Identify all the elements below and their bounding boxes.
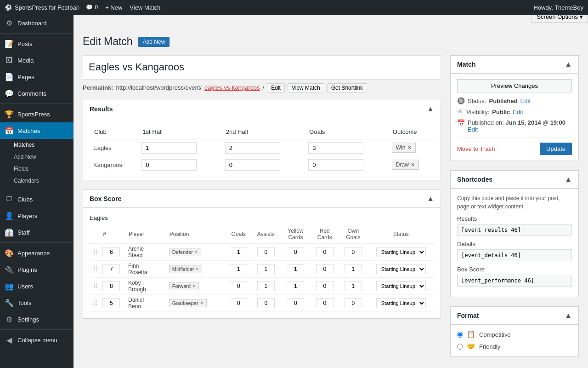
format-metabox-header: Format ▲ [451,307,578,325]
sidebar-item-sportspress[interactable]: 🏆 SportsPress [0,106,74,122]
results-shortcode-input[interactable] [457,224,572,236]
second-half-input-0[interactable] [225,142,280,154]
results-metabox-toggle[interactable]: ▲ [427,105,434,113]
comments-bubble[interactable]: 💬 0 [86,4,98,11]
position-remove-1[interactable]: ✕ [195,266,199,271]
assists-input-3[interactable] [257,298,275,308]
format-radio-friendly[interactable] [457,344,463,350]
first-half-input-1[interactable] [141,159,197,171]
sidebar-item-users[interactable]: 👥 Users [0,278,74,294]
yellow-cards-input-2[interactable] [287,281,304,291]
drag-handle-0[interactable]: ⠿ [90,243,101,260]
first-half-input-0[interactable] [141,142,197,154]
sidebar-item-players[interactable]: 👤 Players [0,207,74,224]
status-row: 🔘 Status: Published Edit [457,97,572,104]
yellow-cards-input-3[interactable] [287,298,304,308]
sidebar-item-media[interactable]: 🖼 Media [0,52,74,69]
bs-goals-input-3[interactable] [230,298,247,308]
sidebar-item-matches[interactable]: 📅 Matches [0,122,74,139]
collapse-icon: ◀ [5,335,14,345]
position-remove-2[interactable]: ✕ [192,283,196,288]
goals-input-0[interactable] [308,142,363,154]
player-number-input-1[interactable] [102,264,120,274]
add-new-button[interactable]: Add New [138,37,170,47]
preview-changes-button[interactable]: Preview Changes [457,79,572,92]
col-drag [90,225,101,244]
status-edit-link[interactable]: Edit [520,98,531,104]
boxscore-shortcode-input[interactable] [457,275,572,287]
sidebar-item-settings[interactable]: ⚙ Settings [0,311,74,328]
trash-link[interactable]: Move to Trash [457,145,495,152]
get-shortlink-button[interactable]: Get Shortlink [327,83,367,92]
details-shortcode-input[interactable] [457,249,572,261]
player-number-input-2[interactable] [102,281,120,291]
red-cards-input-2[interactable] [316,281,334,291]
yellow-cards-input-1[interactable] [287,264,304,274]
position-remove-0[interactable]: ✕ [194,249,198,254]
drag-handle-1[interactable]: ⠿ [90,260,101,277]
first-half-cell-0 [138,139,221,156]
sidebar-subitem-add-new[interactable]: Add New [0,151,74,163]
box-score-row: ⠿ ArchieStead Defender ✕ Starting Lineup [90,243,434,260]
visibility-edit-link[interactable]: Edit [513,109,523,115]
sidebar-item-tools[interactable]: 🔧 Tools [0,294,74,311]
view-match-link[interactable]: View Match [130,4,160,11]
own-goals-input-1[interactable] [345,264,362,274]
update-button[interactable]: Update [540,143,572,155]
sidebar-subitem-calendars[interactable]: Calendars [0,175,74,187]
format-toggle[interactable]: ▲ [565,311,572,320]
sidebar-subitem-fields[interactable]: Fields [0,163,74,175]
status-select-3[interactable]: Starting Lineup Substitute Did Not Play [376,298,426,308]
format-radio-competitive[interactable] [457,332,463,338]
bs-goals-input-2[interactable] [230,281,247,291]
col-outcome: Outcome [388,125,434,139]
sidebar-item-clubs[interactable]: 🛡 Clubs [0,191,74,207]
assists-input-0[interactable] [257,247,275,257]
assists-input-2[interactable] [257,281,275,291]
position-remove-3[interactable]: ✕ [200,300,204,305]
own-goals-input-3[interactable] [345,298,362,308]
sidebar-item-posts[interactable]: 📝 Posts [0,35,74,52]
content-area: Screen Options ▾ Edit Match Add New Perm… [74,15,588,368]
goals-input-1[interactable] [308,159,363,171]
sidebar-item-appearance[interactable]: 🎨 Appearance [0,245,74,261]
view-match-button[interactable]: View Match [288,83,324,92]
status-select-0[interactable]: Starting Lineup Substitute Did Not Play [376,247,426,257]
sidebar-subitem-matches[interactable]: Matches [0,139,74,151]
second-half-input-1[interactable] [225,159,280,171]
permalink-slug[interactable]: eagles-vs-kangaroos [204,84,260,91]
outcome-remove-1[interactable]: ✕ [411,162,415,168]
status-select-2[interactable]: Starting Lineup Substitute Did Not Play [376,281,426,291]
player-number-input-3[interactable] [102,298,120,308]
sidebar-item-pages[interactable]: 📄 Pages [0,69,74,85]
match-title-input[interactable] [83,55,441,80]
sidebar-item-staff[interactable]: 👔 Staff [0,224,74,241]
yellow-cards-input-0[interactable] [287,247,304,257]
shortcodes-toggle[interactable]: ▲ [565,175,572,184]
sidebar-item-collapse[interactable]: ◀ Collapse menu [0,332,74,348]
drag-handle-2[interactable]: ⠿ [90,277,101,294]
published-edit-link[interactable]: Edit [468,126,478,133]
red-cards-input-3[interactable] [316,298,334,308]
sidebar-item-plugins[interactable]: 🔌 Plugins [0,261,74,278]
outcome-remove-0[interactable]: ✕ [407,145,412,151]
red-cards-input-0[interactable] [316,247,334,257]
bs-goals-input-0[interactable] [230,247,247,257]
bs-goals-input-1[interactable] [230,264,247,274]
drag-handle-3[interactable]: ⠿ [90,294,101,311]
box-score-metabox-toggle[interactable]: ▲ [427,195,434,203]
red-cards-input-1[interactable] [316,264,334,274]
status-select-1[interactable]: Starting Lineup Substitute Did Not Play [376,264,426,274]
own-goals-input-2[interactable] [345,281,362,291]
sidebar-item-dashboard[interactable]: ⚙ Dashboard [0,15,74,31]
match-side-toggle[interactable]: ▲ [565,60,572,69]
player-number-input-0[interactable] [102,247,120,257]
site-name[interactable]: ⚽ SportsPress for Football [5,4,79,11]
pages-icon: 📄 [5,72,14,81]
permalink-edit-button[interactable]: Edit [267,83,285,92]
sidebar-item-comments[interactable]: 💬 Comments [0,85,74,102]
assists-input-1[interactable] [257,264,275,274]
page-title: Edit Match [83,35,133,48]
new-content-btn[interactable]: + New [105,4,122,11]
own-goals-input-0[interactable] [345,247,362,257]
